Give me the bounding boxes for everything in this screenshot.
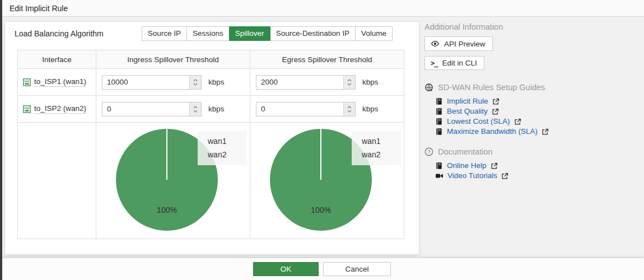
column-header-egress: Egress Spillover Threshold xyxy=(250,50,404,69)
guide-link-lowest-cost: Lowest Cost (SLA) xyxy=(435,116,640,127)
book-icon xyxy=(435,118,443,125)
guide-link-maximize-bandwidth: Maximize Bandwidth (SLA) xyxy=(435,127,640,137)
action-bar: OK Cancel xyxy=(0,258,644,280)
unit-label: kbps xyxy=(362,105,379,113)
terminal-icon: >_ xyxy=(431,59,437,67)
stepper-arrows-icon[interactable] xyxy=(189,76,201,89)
unit-label: kbps xyxy=(208,78,225,86)
api-preview-button[interactable]: API Preview xyxy=(424,36,493,51)
ingress-pie-chart: 100% wan1 wan2 xyxy=(96,123,249,239)
nav-edge-strip xyxy=(0,0,2,280)
documentation-section-heading: ? Documentation xyxy=(424,147,640,156)
ingress-threshold-stepper-wan2 xyxy=(102,102,202,116)
page-header: Edit Implicit Rule xyxy=(0,0,644,17)
legend-item-wan1: wan1 xyxy=(208,134,247,148)
api-preview-label: API Preview xyxy=(444,40,486,48)
guides-heading-label: SD-WAN Rules Setup Guides xyxy=(438,83,545,92)
egress-threshold-input-wan1[interactable] xyxy=(256,76,343,89)
pie-chart-row: 100% wan1 wan2 100% wan1 wan2 xyxy=(18,123,404,239)
pie-slice-boundary xyxy=(320,129,321,180)
doc-link-online-help: Online Help xyxy=(435,161,640,171)
external-link-icon xyxy=(492,98,500,105)
external-link-icon xyxy=(501,172,508,180)
column-header-interface: Interface xyxy=(18,50,96,69)
guides-link-list: Implicit Rule Best Quality Lowest Cost (… xyxy=(435,96,640,137)
table-row: to_ISP2 (wan2) kbps xyxy=(18,96,404,123)
algorithm-label: Load Balancing Algorithm xyxy=(15,29,104,38)
pie-legend: wan1 wan2 xyxy=(198,130,247,165)
edit-in-cli-button[interactable]: >_ Edit in CLI xyxy=(424,56,484,70)
interface-name[interactable]: to_ISP1 (wan1) xyxy=(34,77,86,87)
stepper-arrows-icon[interactable] xyxy=(343,76,355,89)
guide-link[interactable]: Maximize Bandwidth (SLA) xyxy=(447,127,538,137)
interface-cell: to_ISP1 (wan1) xyxy=(18,69,96,95)
documentation-heading-label: Documentation xyxy=(438,147,493,156)
book-icon xyxy=(435,162,443,170)
egress-pie-chart: 100% wan1 wan2 xyxy=(250,123,403,239)
sidebar-heading: Additional Information xyxy=(424,22,640,31)
pie-slice-boundary xyxy=(166,129,167,180)
unit-label: kbps xyxy=(362,78,379,86)
tab-volume[interactable]: Volume xyxy=(355,26,393,41)
table-header-row: Interface Ingress Spillover Threshold Eg… xyxy=(18,50,404,69)
ok-button[interactable]: OK xyxy=(253,262,319,276)
external-link-icon xyxy=(491,162,498,170)
guide-link[interactable]: Lowest Cost (SLA) xyxy=(447,116,510,127)
page-title: Edit Implicit Rule xyxy=(10,4,68,13)
legend-item-wan2: wan2 xyxy=(362,148,401,161)
ethernet-interface-icon xyxy=(23,105,31,113)
interface-name[interactable]: to_ISP2 (wan2) xyxy=(34,104,86,114)
edit-rule-panel: Load Balancing Algorithm Source IP Sessi… xyxy=(4,21,419,255)
tab-sessions[interactable]: Sessions xyxy=(186,26,230,41)
tab-source-ip[interactable]: Source IP xyxy=(142,26,187,41)
guide-link[interactable]: Implicit Rule xyxy=(447,96,488,106)
external-link-icon xyxy=(542,128,549,136)
external-link-icon xyxy=(492,108,499,115)
book-icon xyxy=(435,108,443,115)
ingress-threshold-input-wan2[interactable] xyxy=(102,102,189,116)
edit-in-cli-label: Edit in CLI xyxy=(442,59,477,67)
legend-item-wan2: wan2 xyxy=(208,148,247,161)
ingress-threshold-input-wan1[interactable] xyxy=(102,76,189,89)
question-circle-icon: ? xyxy=(424,147,433,156)
algorithm-row: Load Balancing Algorithm Source IP Sessi… xyxy=(15,25,413,42)
ethernet-interface-icon xyxy=(23,78,31,86)
cancel-button[interactable]: Cancel xyxy=(323,262,391,276)
guides-section-heading: SD-WAN Rules Setup Guides xyxy=(424,83,640,92)
doc-link[interactable]: Online Help xyxy=(447,161,487,171)
book-icon xyxy=(435,97,443,105)
ingress-threshold-stepper-wan1 xyxy=(102,75,202,90)
book-icon xyxy=(435,128,443,136)
tab-source-destination-ip[interactable]: Source-Destination IP xyxy=(270,26,356,41)
algorithm-tab-group: Source IP Sessions Spillover Source-Dest… xyxy=(142,26,393,41)
globe-icon xyxy=(424,83,433,92)
doc-link-video-tutorials: Video Tutorials xyxy=(435,171,640,181)
guide-link-best-quality: Best Quality xyxy=(435,106,640,116)
egress-threshold-input-wan2[interactable] xyxy=(256,102,343,116)
eye-icon xyxy=(431,39,440,48)
column-header-ingress: Ingress Spillover Threshold xyxy=(96,50,250,69)
unit-label: kbps xyxy=(208,105,225,113)
egress-threshold-stepper-wan1 xyxy=(256,75,356,90)
docs-link-list: Online Help Video Tutorials xyxy=(435,161,640,181)
stepper-arrows-icon[interactable] xyxy=(343,102,355,116)
pie-percentage-label: 100% xyxy=(270,206,372,214)
pie-percentage-label: 100% xyxy=(116,206,218,214)
doc-link[interactable]: Video Tutorials xyxy=(447,171,497,181)
legend-item-wan1: wan1 xyxy=(362,134,401,148)
interface-cell: to_ISP2 (wan2) xyxy=(18,96,96,122)
spillover-table: Interface Ingress Spillover Threshold Eg… xyxy=(17,50,404,239)
video-camera-icon xyxy=(435,172,444,180)
stepper-arrows-icon[interactable] xyxy=(189,102,201,116)
svg-text:?: ? xyxy=(428,149,431,155)
table-row: to_ISP1 (wan1) kbps xyxy=(18,69,404,96)
egress-threshold-stepper-wan2 xyxy=(256,102,356,116)
guide-link[interactable]: Best Quality xyxy=(447,106,488,116)
tab-spillover[interactable]: Spillover xyxy=(229,26,270,41)
guide-link-implicit-rule: Implicit Rule xyxy=(435,96,640,106)
external-link-icon xyxy=(514,118,521,125)
pie-legend: wan1 wan2 xyxy=(352,130,401,165)
additional-info-sidebar: Additional Information API Preview >_ Ed… xyxy=(424,22,640,181)
